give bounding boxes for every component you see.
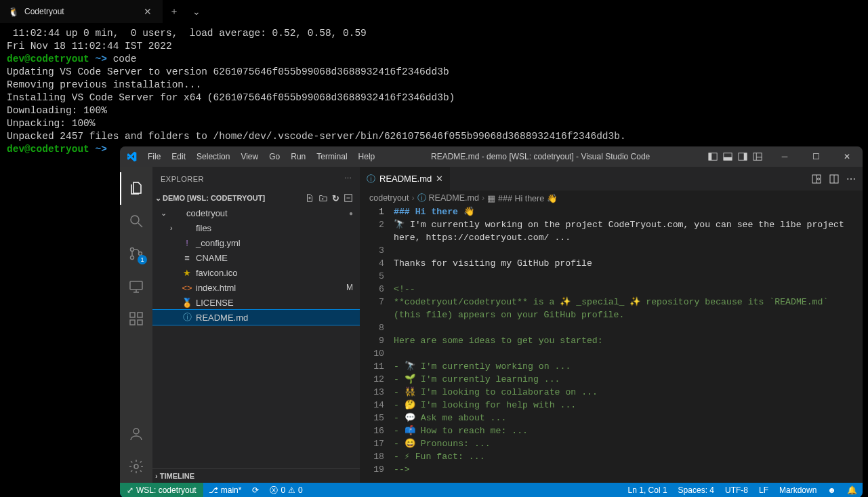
svg-rect-17 [130,313,135,317]
indentation-status[interactable]: Spaces: 4 [673,483,720,497]
penguin-icon: 🐧 [8,7,19,17]
tree-item[interactable]: <>index.htmlM [152,280,360,295]
tree-item[interactable]: ⌄codetryout● [152,205,360,220]
file-tree: ⌄codetryout●›files!_config.yml≡CNAME★fav… [152,205,360,468]
notifications-icon[interactable]: 🔔 [842,483,863,497]
sync-status[interactable]: ⟳ [247,483,264,497]
menu-help[interactable]: Help [354,152,380,161]
branch-icon: ⎇ [209,485,218,495]
layout-custom-icon[interactable] [751,151,764,162]
activity-bar: 1 [120,167,152,483]
window-title: README.md - demo [WSL: codetryout] - Vis… [379,152,701,161]
explorer-activity[interactable] [120,172,152,205]
close-button[interactable]: ✕ [831,146,863,167]
tree-item[interactable]: ›files [152,220,360,235]
scm-activity[interactable]: 1 [120,237,152,270]
tree-item[interactable]: ≡CNAME [152,250,360,265]
window-controls: ─ ☐ ✕ [769,146,863,167]
breadcrumb-item[interactable]: README.md [429,193,479,203]
extensions-activity[interactable] [120,302,152,335]
menu-terminal[interactable]: Terminal [312,152,352,161]
refresh-icon[interactable]: ↻ [332,193,339,203]
maximize-button[interactable]: ☐ [800,146,831,167]
breadcrumb-item[interactable]: ### Hi there 👋 [498,193,558,203]
panel-left-icon[interactable] [707,151,719,162]
status-bar: ⤢ WSL: codetryout ⎇ main* ⟳ ⓧ0 ⚠0 Ln 1, … [120,483,863,497]
workspace-header[interactable]: ⌄ DEMO [WSL: CODETRYOUT] ↻ [152,191,360,205]
account-activity[interactable] [120,418,152,450]
feedback-icon[interactable]: ☻ [822,483,842,497]
explorer-more-icon[interactable]: ⋯ [344,174,352,183]
svg-point-12 [131,256,134,260]
svg-rect-5 [744,153,747,161]
menu-selection[interactable]: Selection [192,152,234,161]
preview-icon[interactable] [811,174,822,184]
code-editor[interactable]: 12345678910111213141516171819 ### Hi the… [360,205,863,483]
explorer-header: EXPLORER ⋯ [152,167,360,191]
svg-rect-18 [130,320,135,325]
breadcrumb[interactable]: codetryout › ⓘ README.md › ▦ ### Hi ther… [360,191,863,205]
remote-status[interactable]: ⤢ WSL: codetryout [120,483,203,497]
timeline-section[interactable]: › TIMELINE [152,468,360,483]
tree-item[interactable]: ⓘREADME.md [152,310,360,325]
file-icon: ⓘ [367,173,375,185]
minimize-button[interactable]: ─ [769,146,800,167]
editor-tabs: ⓘ README.md ✕ ⋯ [360,167,863,191]
svg-rect-3 [724,157,732,160]
code-content[interactable]: ### Hi there 👋🔭 I'm currently working on… [394,205,863,483]
tree-item[interactable]: 🏅LICENSE [152,295,360,310]
svg-rect-14 [130,281,142,290]
menu-bar: FileEditSelectionViewGoRunTerminalHelp [143,152,379,161]
menu-file[interactable]: File [143,152,165,161]
terminal-tab[interactable]: 🐧 Codetryout ✕ [0,0,163,23]
breadcrumb-item[interactable]: codetryout [369,193,409,203]
svg-rect-6 [753,153,762,161]
panel-right-icon[interactable] [737,151,749,162]
menu-edit[interactable]: Edit [167,152,190,161]
new-tab-button[interactable]: ＋ [163,5,186,18]
tab-close-icon[interactable]: ✕ [436,174,443,184]
menu-view[interactable]: View [236,152,263,161]
timeline-label: TIMELINE [160,472,194,480]
branch-status[interactable]: ⎇ main* [203,483,247,497]
chevron-right-icon: › [155,472,160,480]
panel-bottom-icon[interactable] [722,151,734,162]
tab-dropdown-icon[interactable]: ⌄ [186,6,207,17]
split-icon[interactable] [829,174,840,184]
workspace-label: DEMO [WSL: CODETRYOUT] [163,194,265,202]
search-activity[interactable] [120,205,152,237]
svg-rect-20 [138,313,142,317]
editor-more-icon[interactable]: ⋯ [846,174,856,184]
tree-item[interactable]: ★favicon.ico [152,265,360,280]
tab-label: README.md [379,174,432,184]
settings-activity[interactable] [120,450,152,483]
new-file-icon[interactable] [305,193,314,203]
editor-tab[interactable]: ⓘ README.md ✕ [360,167,451,191]
svg-point-21 [133,429,139,434]
cursor-position[interactable]: Ln 1, Col 1 [623,483,673,497]
svg-rect-1 [709,153,711,161]
close-icon[interactable]: ✕ [141,6,154,17]
menu-go[interactable]: Go [264,152,285,161]
svg-point-9 [131,216,139,224]
explorer-label: EXPLORER [161,175,204,183]
problems-status[interactable]: ⓧ0 ⚠0 [264,483,308,497]
sync-icon: ⟳ [252,485,259,495]
svg-point-27 [818,178,820,180]
svg-point-22 [134,464,138,469]
remote-activity[interactable] [120,270,152,302]
line-gutter: 12345678910111213141516171819 [360,205,394,483]
encoding-status[interactable]: UTF-8 [720,483,753,497]
menu-run[interactable]: Run [286,152,310,161]
language-status[interactable]: Markdown [774,483,822,497]
terminal-output[interactable]: 11:02:44 up 0 min, 0 users, load average… [0,23,868,160]
new-folder-icon[interactable] [318,193,328,203]
svg-rect-19 [138,320,142,325]
vscode-main: 1 EXPLORER ⋯ ⌄ [120,167,863,483]
collapse-icon[interactable] [344,193,353,203]
tree-item[interactable]: !_config.yml [152,235,360,250]
chevron-down-icon: ⌄ [155,194,161,203]
file-icon: ⓘ [417,193,426,204]
eol-status[interactable]: LF [753,483,774,497]
warning-icon: ⚠ [288,485,295,495]
